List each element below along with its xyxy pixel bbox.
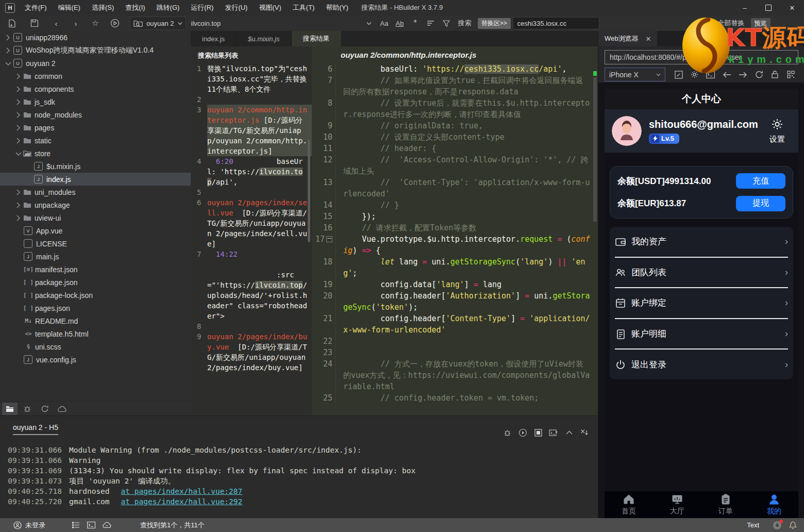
tree-item[interactable]: Jmain.js — [0, 250, 191, 263]
forward-icon[interactable]: › — [68, 17, 83, 29]
replace-all-button[interactable]: 全部替换 — [718, 19, 745, 28]
tree-item[interactable]: pages — [0, 121, 191, 134]
tree-item[interactable]: M↓README.md — [0, 314, 191, 327]
editor-tab-index.js[interactable]: index.js — [191, 31, 237, 46]
tree-item[interactable]: store — [0, 147, 191, 160]
console-collapse-icon[interactable] — [564, 427, 574, 438]
close-button[interactable]: ✕ — [780, 0, 804, 15]
balance-button-提现[interactable]: 提现 — [736, 196, 785, 211]
bell-icon[interactable] — [789, 521, 797, 529]
tree-item[interactable]: uview-ui — [0, 211, 191, 224]
whole-word-icon[interactable]: Ab — [392, 17, 408, 29]
menu-item-1[interactable]: 编辑(E) — [53, 0, 86, 15]
menu-item-6[interactable]: 发行(U) — [219, 0, 253, 15]
browser-url-input[interactable]: http://localhost:8080/#/pages/setting/us… — [605, 50, 798, 64]
sync-panel-icon[interactable] — [37, 403, 53, 415]
menu-item-账户绑定[interactable]: 账户绑定› — [615, 288, 788, 319]
code-editor-pane[interactable]: ouyuan 2/common/http.interceptor.js 6 ba… — [312, 46, 598, 415]
code-line[interactable]: 20 config.header['Authorization'] = uni.… — [312, 290, 598, 313]
terminal-status-icon[interactable] — [87, 522, 95, 528]
account-icon[interactable] — [13, 521, 22, 529]
menu-item-0[interactable]: 文件(F) — [19, 0, 53, 15]
code-line[interactable]: 13 // 'Content-Type': 'application/x-www… — [312, 177, 598, 200]
tree-item[interactable]: uni_modules — [0, 186, 191, 198]
console-stop-icon[interactable] — [533, 427, 543, 438]
match-case-icon[interactable]: Aa — [377, 17, 392, 29]
maximize-button[interactable] — [757, 0, 780, 15]
code-line[interactable]: 22 — [312, 336, 598, 347]
browser-back-icon[interactable] — [719, 69, 734, 81]
outline-icon[interactable] — [72, 522, 80, 528]
code-line[interactable]: 17 Vue.prototype.$u.http.interceptor.req… — [312, 234, 598, 256]
balance-button-充值[interactable]: 充值 — [736, 173, 785, 189]
tree-item[interactable]: Uuniapp28966 — [0, 31, 191, 44]
expand-search-icon[interactable] — [361, 17, 377, 29]
chevron-down-icon[interactable] — [14, 149, 23, 158]
tree-item[interactable]: LICENSE — [0, 237, 191, 250]
console-debug-icon[interactable] — [502, 427, 512, 438]
search-result-item[interactable]: 9ouyuan 2/pages/index/buy.vue [D:/源码分享渠道… — [191, 331, 312, 373]
editor-mode[interactable]: Text — [747, 521, 759, 529]
code-line[interactable]: 18 let lang = uni.getStorageSync('lang')… — [312, 256, 598, 279]
browser-lock-icon[interactable] — [768, 69, 782, 81]
code-line[interactable]: 8 // 设置为true后，就需要在this.$u.http.intercept… — [312, 97, 598, 120]
tree-item[interactable]: J$u.mixin.js — [0, 160, 191, 173]
search-result-item[interactable]: 2 — [191, 94, 312, 105]
menu-item-8[interactable]: 工具(T) — [287, 0, 321, 15]
tree-item[interactable]: Jvue.config.js — [0, 353, 191, 366]
menu-item-9[interactable]: 帮助(Y) — [320, 0, 354, 15]
qr-code-icon[interactable] — [784, 69, 798, 81]
back-icon[interactable]: ‹ — [48, 17, 64, 29]
search-input[interactable]: ilvcoin.top — [191, 20, 361, 27]
tree-item[interactable]: common — [0, 70, 191, 82]
device-select[interactable]: iPhone X — [605, 68, 665, 81]
new-file-icon[interactable] — [4, 17, 20, 29]
browser-tab-close-icon[interactable]: ✕ — [646, 35, 651, 43]
console-source-link[interactable]: at pages/index/hall.vue:287 — [121, 486, 243, 496]
login-status[interactable]: 未登录 — [25, 521, 45, 530]
tree-item[interactable]: §uni.scss — [0, 340, 191, 353]
browser-settings-icon[interactable] — [688, 69, 702, 81]
chevron-right-icon[interactable] — [4, 34, 12, 42]
menu-item-4[interactable]: 跳转(G) — [151, 0, 186, 15]
debug-panel-icon[interactable] — [20, 403, 35, 415]
search-result-item[interactable]: 1替换"ilvcoin.top"为"ceshi335.iosx.cc"完毕，共替… — [191, 63, 312, 94]
console-clear-icon[interactable] — [579, 427, 590, 438]
search-result-item[interactable]: 3ouyuan 2/common/http.interceptor.js [D:… — [191, 105, 312, 156]
browser-refresh-icon[interactable] — [751, 69, 766, 81]
results-scrollbar[interactable] — [308, 139, 310, 242]
files-panel-icon[interactable] — [2, 403, 18, 415]
search-scope-select[interactable]: ouyuan 2 — [130, 16, 186, 30]
open-external-icon[interactable] — [672, 69, 686, 81]
console-terminal-icon[interactable] — [548, 427, 559, 438]
browser-forward-icon[interactable] — [735, 69, 750, 81]
search-result-item[interactable]: 6ouyuan 2/pages/index/sell.vue [D:/源码分享渠… — [191, 197, 312, 249]
editor-tab-$u.mixin.js[interactable]: $u.mixin.js — [237, 31, 291, 46]
tree-item[interactable]: UWoShop跨境商城商家管理移动端V1.0.4 — [0, 44, 191, 57]
minimize-button[interactable]: – — [733, 0, 757, 15]
code-line[interactable]: 9 // originalData: true, — [312, 120, 598, 131]
menu-item-3[interactable]: 查找(I) — [120, 0, 150, 15]
search-button[interactable]: 搜索 — [458, 19, 472, 28]
chevron-right-icon[interactable] — [4, 46, 12, 55]
menu-item-7[interactable]: 视图(V) — [253, 0, 287, 15]
code-line[interactable]: 6 baseUrl: 'https://ceshi335.iosx.cc/api… — [312, 63, 598, 75]
code-line[interactable]: 21 config.header['Content-Type'] = 'appl… — [312, 313, 598, 336]
chevron-right-icon[interactable] — [14, 98, 23, 106]
save-icon[interactable] — [27, 17, 42, 29]
menu-item-账户明细[interactable]: 账户明细› — [615, 319, 788, 350]
tree-item[interactable]: unpackage — [0, 198, 191, 211]
tree-item[interactable]: Uouyuan 2 — [0, 57, 191, 70]
code-line[interactable]: 24 // 方式一，存放在vuex的token，假设使用了uView封装的vue… — [312, 358, 598, 392]
run-icon[interactable] — [107, 17, 123, 29]
preview-button[interactable]: 预览 — [751, 18, 770, 29]
browser-tab[interactable]: Web浏览器 ✕ — [598, 31, 657, 46]
chevron-right-icon[interactable] — [14, 124, 23, 132]
tab-我的[interactable]: 我的 — [750, 491, 798, 518]
chevron-right-icon[interactable] — [14, 214, 23, 222]
settings-entry[interactable]: 设置 — [763, 118, 791, 144]
replace-zone-button[interactable]: 替换区>> — [478, 18, 511, 29]
tab-首页[interactable]: 首页 — [605, 491, 653, 518]
update-download-icon[interactable] — [773, 521, 782, 530]
tree-item[interactable]: VApp.vue — [0, 224, 191, 237]
